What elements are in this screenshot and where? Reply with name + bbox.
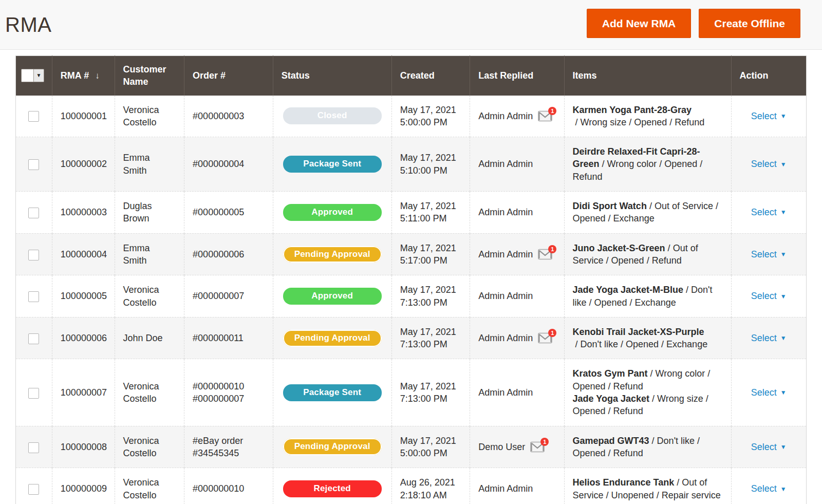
row-checkbox[interactable] <box>28 250 39 260</box>
created-time: 5:00:00 PM <box>400 447 462 459</box>
table-row: 100000009 Veronica Costello #000000010 R… <box>16 468 807 504</box>
last-replied-name: Admin Admin <box>478 110 533 122</box>
table-row: 100000005 Veronica Costello #000000007 A… <box>16 275 807 318</box>
column-header-customer-name[interactable]: Customer Name <box>115 56 184 96</box>
mail-icon[interactable]: 1 <box>538 110 552 122</box>
action-cell: Select▼ <box>731 468 806 504</box>
item-separator: / <box>674 477 682 488</box>
items-cell: Juno Jacket-S-Green / Out of Service / O… <box>564 233 731 275</box>
item-details: Don't like / Opened / Exchange <box>581 339 708 349</box>
created-cell: May 17, 2021 5:00:00 PM <box>391 96 470 137</box>
select-action[interactable]: Select▼ <box>751 441 787 453</box>
last-replied-name: Admin Admin <box>478 158 533 170</box>
last-replied-name: Admin Admin <box>478 386 533 399</box>
select-all-header: ▼ <box>16 56 52 96</box>
row-checkbox[interactable] <box>28 159 39 170</box>
action-cell: Select▼ <box>731 275 806 318</box>
created-date: May 17, 2021 <box>400 435 462 447</box>
chevron-down-icon: ▼ <box>780 161 787 167</box>
select-action[interactable]: Select▼ <box>751 290 787 302</box>
checkbox-cell <box>16 317 52 359</box>
select-all-control[interactable]: ▼ <box>21 69 44 82</box>
select-action[interactable]: Select▼ <box>751 248 787 260</box>
last-replied-cell: Admin Admin <box>470 192 564 234</box>
last-replied-cell: Admin Admin <box>470 468 564 504</box>
select-label: Select <box>751 386 777 399</box>
row-checkbox[interactable] <box>28 208 39 218</box>
create-offline-button[interactable]: Create Offline <box>699 9 800 38</box>
column-header-rma[interactable]: RMA #↓ <box>52 56 115 96</box>
chevron-down-icon: ▼ <box>780 293 787 300</box>
created-date: May 17, 2021 <box>400 152 462 164</box>
checkbox-cell <box>16 233 52 275</box>
select-all-dropdown[interactable]: ▼ <box>34 69 44 82</box>
rma-number: 100000008 <box>52 426 115 468</box>
select-action[interactable]: Select▼ <box>751 110 787 122</box>
chevron-down-icon: ▼ <box>36 73 41 78</box>
status-cell: Rejected <box>273 468 391 504</box>
last-replied-name: Demo User <box>478 441 525 453</box>
created-time: 7:13:00 PM <box>400 296 462 309</box>
select-action[interactable]: Select▼ <box>751 386 787 399</box>
item-separator: / <box>665 243 673 253</box>
column-header-items[interactable]: Items <box>564 56 731 96</box>
created-date: May 17, 2021 <box>400 200 462 212</box>
status-cell: Closed <box>273 96 391 137</box>
items-cell: Kratos Gym Pant / Wrong color / Opened /… <box>564 359 731 426</box>
created-time: 5:17:00 PM <box>400 254 462 267</box>
created-date: May 17, 2021 <box>400 284 462 296</box>
row-checkbox[interactable] <box>28 442 39 453</box>
column-header-order[interactable]: Order # <box>184 56 273 96</box>
add-new-rma-button[interactable]: Add New RMA <box>587 9 692 38</box>
item-separator: / <box>647 201 655 211</box>
row-checkbox[interactable] <box>28 291 39 302</box>
last-replied-cell: Demo User 1 <box>470 426 564 468</box>
select-label: Select <box>751 248 777 260</box>
mail-icon[interactable]: 1 <box>538 332 552 344</box>
customer-name: Veronica Costello <box>115 468 184 504</box>
mail-icon[interactable]: 1 <box>538 249 552 260</box>
customer-name: Emma Smith <box>115 233 184 275</box>
item-separator: / <box>683 285 691 295</box>
created-time: 2:18:10 AM <box>400 489 462 501</box>
column-header-created[interactable]: Created <box>391 56 470 96</box>
table-row: 100000008 Veronica Costello #eBay order … <box>16 426 807 468</box>
status-badge: Pending Approval <box>283 438 382 455</box>
column-header-action[interactable]: Action <box>731 56 806 96</box>
items-cell: Gamepad GWT43 / Don't like / Opened / Re… <box>564 426 731 468</box>
header-buttons: Add New RMA Create Offline <box>587 9 800 38</box>
created-time: 5:11:00 PM <box>400 212 462 225</box>
sort-desc-icon: ↓ <box>95 71 100 81</box>
rma-number: 100000002 <box>52 137 115 192</box>
column-header-last-replied[interactable]: Last Replied <box>470 56 564 96</box>
created-cell: May 17, 2021 5:00:00 PM <box>391 426 470 468</box>
select-action[interactable]: Select▼ <box>751 206 787 218</box>
order-number: #000000004 <box>184 137 273 192</box>
select-action[interactable]: Select▼ <box>751 332 787 344</box>
action-cell: Select▼ <box>731 426 806 468</box>
created-cell: May 17, 2021 7:13:00 PM <box>391 275 470 318</box>
created-time: 5:00:00 PM <box>400 116 462 128</box>
select-action[interactable]: Select▼ <box>751 482 787 495</box>
select-label: Select <box>751 482 777 495</box>
select-all-checkbox[interactable] <box>22 69 34 82</box>
row-checkbox[interactable] <box>28 484 39 495</box>
item-name: Karmen Yoga Pant-28-Gray <box>573 105 692 115</box>
order-number: #eBay order #34545345 <box>184 426 273 468</box>
rma-number: 100000006 <box>52 317 115 359</box>
order-number: #000000005 <box>184 192 273 234</box>
column-header-status[interactable]: Status <box>273 56 391 96</box>
items-cell: Didi Sport Watch / Out of Service / Open… <box>564 192 731 234</box>
select-action[interactable]: Select▼ <box>751 158 787 170</box>
items-cell: Jade Yoga Jacket-M-Blue / Don't like / O… <box>564 275 731 318</box>
created-cell: May 17, 2021 7:13:00 PM <box>391 359 470 426</box>
action-cell: Select▼ <box>731 137 806 192</box>
mail-icon[interactable]: 1 <box>530 441 545 453</box>
row-checkbox[interactable] <box>28 111 39 122</box>
select-label: Select <box>751 332 777 344</box>
item-name: Jade Yoga Jacket <box>573 394 649 404</box>
last-replied-name: Admin Admin <box>478 248 533 260</box>
item-separator: / <box>600 159 607 169</box>
row-checkbox[interactable] <box>28 333 39 344</box>
row-checkbox[interactable] <box>28 388 39 399</box>
